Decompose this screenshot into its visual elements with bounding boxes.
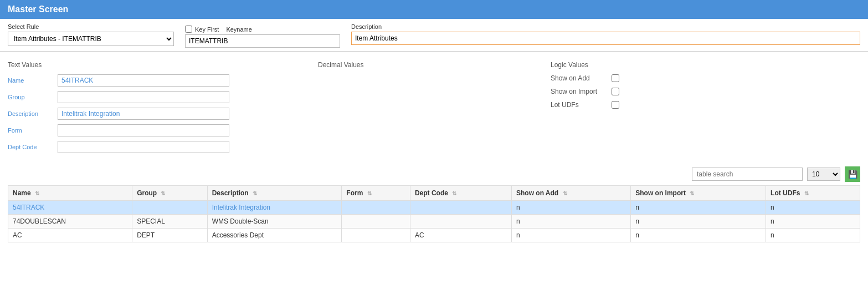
col-header-show-on-add[interactable]: Show on Add ⇅ bbox=[511, 186, 630, 201]
sort-icon-show-on-import: ⇅ bbox=[690, 190, 694, 196]
export-button[interactable]: 💾 bbox=[845, 166, 860, 182]
cell-show-on-add: n bbox=[511, 229, 630, 242]
description-field-row: Description bbox=[8, 108, 307, 120]
sort-icon-group: ⇅ bbox=[161, 190, 165, 196]
cell-dept-code bbox=[410, 215, 511, 229]
sort-icon-name: ⇅ bbox=[35, 190, 39, 196]
decimal-values-col: Decimal Values bbox=[307, 61, 540, 158]
sort-icon-description: ⇅ bbox=[253, 190, 257, 196]
sort-icon-dept-code: ⇅ bbox=[452, 190, 456, 196]
cell-group: DEPT bbox=[132, 229, 208, 242]
key-first-checkbox[interactable] bbox=[185, 26, 192, 33]
cell-lot-udfs: n bbox=[766, 201, 860, 215]
keyname-label: Keyname bbox=[226, 26, 251, 33]
name-field-label: Name bbox=[8, 77, 58, 84]
sort-icon-lot-udfs: ⇅ bbox=[804, 190, 809, 196]
cell-group: SPECIAL bbox=[132, 215, 208, 229]
cell-lot-udfs: n bbox=[766, 229, 860, 242]
lot-udfs-label: Lot UDFs bbox=[551, 101, 612, 109]
form-field-label: Form bbox=[8, 127, 58, 134]
cell-show-on-import: n bbox=[631, 201, 766, 215]
lot-udfs-row: Lot UDFs bbox=[551, 101, 860, 109]
cell-show-on-add: n bbox=[511, 215, 630, 229]
table-search-input[interactable] bbox=[692, 168, 803, 181]
name-input[interactable] bbox=[58, 74, 229, 87]
col-header-group[interactable]: Group ⇅ bbox=[132, 186, 208, 201]
col-header-lot-udfs[interactable]: Lot UDFs ⇅ bbox=[766, 186, 860, 201]
table-header: Name ⇅ Group ⇅ Description ⇅ Form ⇅ Dept… bbox=[8, 186, 860, 201]
form-area: Text Values Name Group Description Form … bbox=[0, 52, 868, 163]
description-field-label: Description bbox=[8, 110, 58, 117]
table-row[interactable]: ACDEPTAccessories DeptACnnn bbox=[8, 229, 860, 242]
show-on-add-checkbox[interactable] bbox=[612, 74, 619, 82]
description-label: Description bbox=[351, 23, 860, 30]
text-values-col: Text Values Name Group Description Form … bbox=[8, 61, 307, 158]
cell-name: 54ITRACK bbox=[8, 201, 132, 215]
select-rule-dropdown[interactable]: Item Attributes - ITEMATTRIB bbox=[8, 32, 174, 46]
cell-dept-code: AC bbox=[410, 229, 511, 242]
cell-show-on-import: n bbox=[631, 229, 766, 242]
col-header-name[interactable]: Name ⇅ bbox=[8, 186, 132, 201]
decimal-values-title: Decimal Values bbox=[318, 61, 540, 69]
dept-code-field-label: Dept Code bbox=[8, 144, 58, 150]
sort-icon-show-on-add: ⇅ bbox=[563, 190, 567, 196]
show-on-import-row: Show on Import bbox=[551, 88, 860, 95]
cell-form bbox=[342, 201, 410, 215]
show-on-import-checkbox[interactable] bbox=[612, 88, 619, 95]
dept-code-field-row: Dept Code bbox=[8, 141, 307, 153]
cell-show-on-import: n bbox=[631, 215, 766, 229]
col-header-dept-code[interactable]: Dept Code ⇅ bbox=[410, 186, 511, 201]
cell-name: 74DOUBLESCAN bbox=[8, 215, 132, 229]
export-icon: 💾 bbox=[848, 170, 857, 179]
cell-name: AC bbox=[8, 229, 132, 242]
key-first-label: Key First bbox=[195, 26, 219, 33]
name-field-row: Name bbox=[8, 74, 307, 87]
col-header-description[interactable]: Description ⇅ bbox=[207, 186, 342, 201]
cell-form bbox=[342, 229, 410, 242]
select-rule-section: Select Rule Item Attributes - ITEMATTRIB bbox=[8, 23, 174, 46]
table-toolbar: 10 25 50 100 💾 bbox=[0, 163, 868, 185]
cell-show-on-add: n bbox=[511, 201, 630, 215]
col-header-form[interactable]: Form ⇅ bbox=[342, 186, 410, 201]
cell-group bbox=[132, 201, 208, 215]
table-row[interactable]: 54ITRACKIntelitrak Integrationnnn bbox=[8, 201, 860, 215]
dept-code-input[interactable] bbox=[58, 141, 229, 153]
lot-udfs-checkbox[interactable] bbox=[612, 101, 619, 109]
top-bar: Select Rule Item Attributes - ITEMATTRIB… bbox=[0, 19, 868, 52]
form-input[interactable] bbox=[58, 124, 229, 136]
table-container: Name ⇅ Group ⇅ Description ⇅ Form ⇅ Dept… bbox=[0, 185, 868, 250]
text-values-title: Text Values bbox=[8, 61, 307, 69]
cell-dept-code bbox=[410, 201, 511, 215]
sort-icon-form: ⇅ bbox=[367, 190, 372, 196]
form-field-row: Form bbox=[8, 124, 307, 136]
description-section: Description bbox=[351, 23, 860, 45]
table-row[interactable]: 74DOUBLESCANSPECIALWMS Double-Scannnn bbox=[8, 215, 860, 229]
cell-description: Accessories Dept bbox=[207, 229, 342, 242]
col-header-show-on-import[interactable]: Show on Import ⇅ bbox=[631, 186, 766, 201]
logic-values-title: Logic Values bbox=[551, 61, 860, 69]
key-first-row: Key First Keyname bbox=[185, 26, 340, 33]
group-input[interactable] bbox=[58, 91, 229, 103]
show-on-import-label: Show on Import bbox=[551, 88, 612, 95]
group-field-label: Group bbox=[8, 94, 58, 100]
logic-values-col: Logic Values Show on Add Show on Import … bbox=[540, 61, 860, 158]
show-on-add-label: Show on Add bbox=[551, 74, 612, 82]
title-bar: Master Screen bbox=[0, 0, 868, 19]
app-title: Master Screen bbox=[8, 4, 68, 14]
show-on-add-row: Show on Add bbox=[551, 74, 860, 82]
page-size-select[interactable]: 10 25 50 100 bbox=[807, 168, 840, 181]
group-field-row: Group bbox=[8, 91, 307, 103]
select-rule-label: Select Rule bbox=[8, 23, 174, 30]
keyname-input[interactable] bbox=[185, 34, 340, 48]
description-form-input[interactable] bbox=[58, 108, 229, 120]
cell-lot-udfs: n bbox=[766, 215, 860, 229]
cell-form bbox=[342, 215, 410, 229]
key-first-section: Key First Keyname bbox=[185, 23, 340, 48]
description-input[interactable] bbox=[351, 32, 860, 45]
table-body: 54ITRACKIntelitrak Integrationnnn74DOUBL… bbox=[8, 201, 860, 242]
data-table: Name ⇅ Group ⇅ Description ⇅ Form ⇅ Dept… bbox=[8, 185, 860, 242]
cell-description: WMS Double-Scan bbox=[207, 215, 342, 229]
cell-description: Intelitrak Integration bbox=[207, 201, 342, 215]
